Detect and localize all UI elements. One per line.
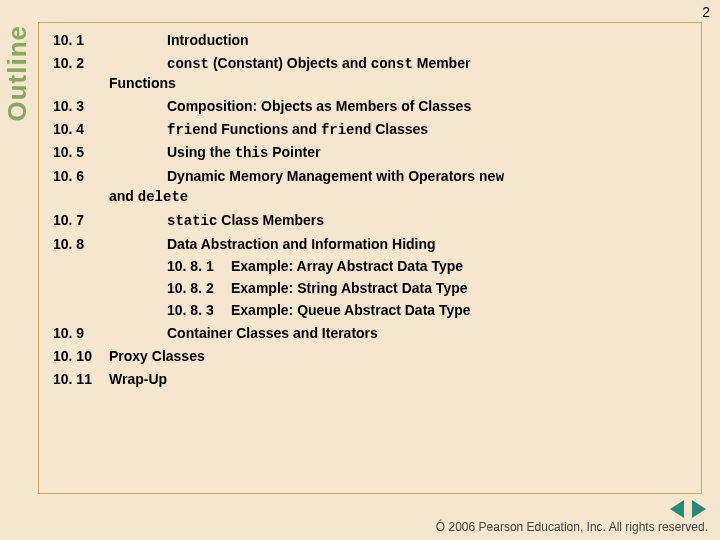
subsection-title: Example: String Abstract Data Type <box>231 280 691 296</box>
section-number: 10. 9 <box>53 324 109 343</box>
outline-row: 10. 3Composition: Objects as Members of … <box>53 97 691 116</box>
outline-row: 10. 5Using the this Pointer <box>53 143 691 163</box>
section-title: Composition: Objects as Members of Class… <box>109 97 691 116</box>
section-title: Proxy Classes <box>109 347 691 366</box>
outline-row: 10. 7static Class Members <box>53 211 691 231</box>
outline-row: 10. 10Proxy Classes <box>53 347 691 366</box>
subsection-title: Example: Array Abstract Data Type <box>231 258 691 274</box>
subsection-number: 10. 8. 1 <box>167 258 231 274</box>
section-number: 10. 7 <box>53 211 109 230</box>
subsection-number: 10. 8. 3 <box>167 302 231 318</box>
section-title: Data Abstraction and Information Hiding <box>109 235 691 254</box>
section-number: 10. 10 <box>53 347 109 366</box>
section-title: Introduction <box>109 31 691 50</box>
section-number: 10. 11 <box>53 370 109 389</box>
outline-row: 10. 11Wrap-Up <box>53 370 691 389</box>
section-title: Wrap-Up <box>109 370 691 389</box>
outline-subrow: 10. 8. 2Example: String Abstract Data Ty… <box>53 280 691 296</box>
outline-row: 10. 1Introduction <box>53 31 691 50</box>
section-number: 10. 6 <box>53 167 109 186</box>
outline-sidebar-label: Outline <box>2 25 33 122</box>
prev-arrow-icon[interactable] <box>670 500 684 518</box>
section-title: Dynamic Memory Management with Operators… <box>109 167 691 207</box>
section-number: 10. 8 <box>53 235 109 254</box>
section-title: const (Constant) Objects and const Membe… <box>109 54 691 93</box>
section-title: static Class Members <box>109 211 691 231</box>
section-number: 10. 4 <box>53 120 109 139</box>
section-title: Container Classes and Iterators <box>109 324 691 343</box>
outline-content-box: 10. 1Introduction10. 2const (Constant) O… <box>38 22 702 494</box>
outline-row: 10. 9Container Classes and Iterators <box>53 324 691 343</box>
section-number: 10. 2 <box>53 54 109 73</box>
section-number: 10. 3 <box>53 97 109 116</box>
section-title: Using the this Pointer <box>109 143 691 163</box>
section-number: 10. 5 <box>53 143 109 162</box>
outline-subrow: 10. 8. 3Example: Queue Abstract Data Typ… <box>53 302 691 318</box>
section-title: friend Functions and friend Classes <box>109 120 691 140</box>
page-number: 2 <box>702 4 710 20</box>
outline-row: 10. 2const (Constant) Objects and const … <box>53 54 691 93</box>
outline-row: 10. 6Dynamic Memory Management with Oper… <box>53 167 691 207</box>
next-arrow-icon[interactable] <box>692 500 706 518</box>
subsection-title: Example: Queue Abstract Data Type <box>231 302 691 318</box>
outline-row: 10. 8Data Abstraction and Information Hi… <box>53 235 691 254</box>
outline-subrow: 10. 8. 1Example: Array Abstract Data Typ… <box>53 258 691 274</box>
copyright-footer: Ó 2006 Pearson Education, Inc. All right… <box>436 520 708 534</box>
subsection-number: 10. 8. 2 <box>167 280 231 296</box>
nav-arrows <box>670 500 706 518</box>
section-number: 10. 1 <box>53 31 109 50</box>
outline-row: 10. 4friend Functions and friend Classes <box>53 120 691 140</box>
